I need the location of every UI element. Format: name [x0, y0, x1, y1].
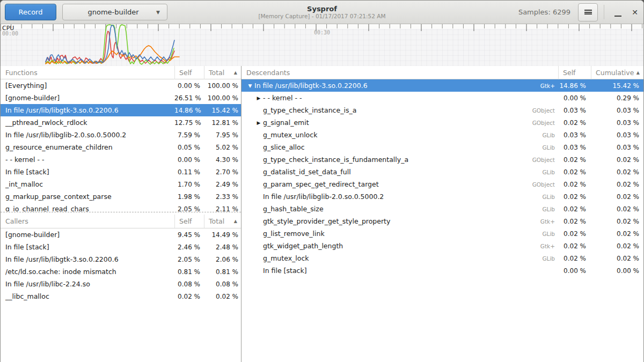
- pane-splitter-horizontal[interactable]: [1, 211, 241, 213]
- callers-total-label: Total: [209, 217, 224, 225]
- functions-row[interactable]: In file /usr/lib/libgtk-3.so.0.2200.614.…: [1, 104, 241, 116]
- functions-row[interactable]: [gnome-builder]26.51 %100.00 %: [1, 92, 241, 104]
- self-percent: 0.08 %: [174, 280, 204, 288]
- function-name: __libc_malloc: [1, 292, 174, 300]
- descendant-name-cell: g_param_spec_get_redirect_targetGObject: [241, 180, 558, 188]
- descendants-row[interactable]: gtk_style_provider_get_style_propertyGtk…: [241, 215, 644, 227]
- descendants-row[interactable]: ▶g_signal_emitGObject0.02 %0.03 %: [241, 116, 644, 129]
- chevron-down-icon: ▼: [156, 10, 160, 15]
- self-percent: 9.45 %: [174, 231, 204, 239]
- callers-row[interactable]: __libc_malloc0.02 %0.02 %: [1, 290, 241, 302]
- callers-row[interactable]: In file /usr/lib/libgtk-3.so.0.2200.62.0…: [1, 253, 241, 265]
- library-badge: GObject: [532, 120, 558, 126]
- library-badge: GLib: [542, 255, 558, 262]
- cpu-timeline-graph[interactable]: CPU 00:00 00:30: [1, 24, 643, 66]
- function-name: [gnome-builder]: [1, 231, 174, 239]
- functions-row[interactable]: In file [stack]0.11 %2.70 %: [1, 166, 241, 178]
- sort-ascending-icon: ▲: [234, 70, 237, 75]
- cumulative-percent: 0.03 %: [591, 131, 644, 139]
- descendant-name: In file /usr/lib/libglib-2.0.so.0.5000.2: [263, 193, 384, 201]
- expander-closed-icon[interactable]: ▶: [254, 120, 263, 125]
- total-percent: 100.00 %: [204, 94, 241, 102]
- library-badge: GLib: [542, 206, 558, 212]
- descendants-row[interactable]: In file [stack]0.00 %0.00 %: [241, 264, 644, 277]
- descendants-self-column-header[interactable]: Self: [558, 66, 591, 79]
- total-percent: 12.81 %: [204, 119, 241, 127]
- descendant-name-cell: g_mutex_unlockGLib: [241, 131, 558, 139]
- callers-row[interactable]: In file /usr/lib/libc-2.24.so0.08 %0.08 …: [1, 278, 241, 290]
- descendants-row[interactable]: g_type_check_instance_is_aGObject0.03 %0…: [241, 104, 644, 116]
- expander-closed-icon[interactable]: ▶: [254, 95, 263, 101]
- descendants-row[interactable]: ▼In file /usr/lib/libgtk-3.so.0.2200.6Gt…: [241, 79, 644, 92]
- self-percent: 12.75 %: [174, 119, 204, 127]
- total-percent: 15.42 %: [204, 107, 241, 114]
- descendant-name-cell: g_mutex_lockGLib: [241, 254, 558, 262]
- function-name: g_markup_parse_context_parse: [1, 193, 174, 201]
- descendant-name: g_datalist_id_set_data_full: [263, 168, 351, 176]
- menu-button[interactable]: [578, 3, 598, 21]
- self-percent: 0.02 %: [558, 242, 591, 250]
- self-percent: 0.00 %: [174, 156, 204, 164]
- functions-total-column-header[interactable]: Total ▲: [204, 66, 241, 79]
- descendant-name-cell: gtk_widget_path_lengthGtk+: [241, 242, 558, 250]
- functions-row[interactable]: g_markup_parse_context_parse1.98 %2.33 %: [1, 190, 241, 203]
- cumulative-percent: 0.02 %: [591, 218, 644, 225]
- function-name: __pthread_rwlock_rdlock: [1, 119, 174, 127]
- descendants-row[interactable]: g_hash_table_sizeGLib0.02 %0.02 %: [241, 203, 644, 215]
- descendants-column-header[interactable]: Descendants: [241, 66, 558, 79]
- self-percent: 0.11 %: [174, 168, 204, 176]
- total-percent: 7.95 %: [204, 131, 241, 139]
- descendant-name: gtk_widget_path_length: [263, 242, 343, 250]
- cumulative-percent: 0.02 %: [591, 181, 644, 188]
- descendant-name: g_list_remove_link: [263, 230, 325, 238]
- samples-count: Samples: 6299: [518, 8, 570, 16]
- descendants-row[interactable]: g_param_spec_get_redirect_targetGObject0…: [241, 178, 644, 190]
- cumulative-percent: 0.02 %: [591, 242, 644, 250]
- descendants-row[interactable]: g_mutex_unlockGLib0.03 %0.03 %: [241, 129, 644, 141]
- callers-self-column-header[interactable]: Self: [174, 215, 204, 228]
- functions-row[interactable]: _int_malloc1.70 %2.49 %: [1, 178, 241, 190]
- functions-row[interactable]: __pthread_rwlock_rdlock12.75 %12.81 %: [1, 116, 241, 129]
- descendants-row[interactable]: In file /usr/lib/libglib-2.0.so.0.5000.2…: [241, 190, 644, 203]
- close-button[interactable]: ✕: [626, 3, 643, 21]
- self-percent: 2.05 %: [174, 256, 204, 263]
- functions-self-column-header[interactable]: Self: [174, 66, 204, 79]
- callers-row[interactable]: In file [stack]2.46 %2.48 %: [1, 241, 241, 253]
- callers-row[interactable]: /etc/ld.so.cache: inode mismatch0.81 %0.…: [1, 265, 241, 278]
- functions-column-header[interactable]: Functions: [1, 66, 174, 79]
- self-percent: 0.02 %: [558, 168, 591, 176]
- expander-open-icon[interactable]: ▼: [246, 83, 254, 88]
- descendants-row[interactable]: g_datalist_id_set_data_fullGLib0.02 %0.0…: [241, 166, 644, 178]
- self-percent: 0.05 %: [174, 144, 204, 151]
- functions-row[interactable]: g_io_channel_read_chars2.05 %2.11 %: [1, 203, 241, 211]
- target-process-dropdown[interactable]: gnome-builder ▼: [62, 4, 167, 20]
- functions-row[interactable]: In file /usr/lib/libglib-2.0.so.0.5000.2…: [1, 129, 241, 141]
- total-percent: 0.81 %: [204, 268, 241, 276]
- descendant-name: g_slice_alloc: [263, 143, 305, 151]
- descendant-name-cell: g_hash_table_sizeGLib: [241, 205, 558, 213]
- callers-column-header[interactable]: Callers: [1, 215, 174, 228]
- functions-row[interactable]: - - kernel - -0.00 %4.30 %: [1, 153, 241, 166]
- main-panes: Functions Self Total ▲ [Everything]0.00 …: [1, 66, 643, 362]
- descendant-name: g_hash_table_size: [263, 205, 324, 213]
- self-percent: 2.46 %: [174, 243, 204, 251]
- function-name: In file /usr/lib/libgtk-3.so.0.2200.6: [1, 106, 174, 114]
- record-button[interactable]: Record: [5, 4, 56, 20]
- functions-row[interactable]: [Everything]0.00 %100.00 %: [1, 79, 241, 92]
- functions-row[interactable]: g_resource_enumerate_children0.05 %5.02 …: [1, 141, 241, 153]
- minimize-button[interactable]: [609, 3, 626, 21]
- descendant-name-cell: ▶- - kernel - -: [241, 94, 558, 102]
- callers-total-column-header[interactable]: Total ▲: [204, 215, 241, 228]
- callers-row[interactable]: [gnome-builder]9.45 %14.49 %: [1, 228, 241, 241]
- descendants-row[interactable]: gtk_widget_path_lengthGtk+0.02 %0.02 %: [241, 240, 644, 252]
- descendants-row[interactable]: g_list_remove_linkGLib0.02 %0.02 %: [241, 227, 644, 240]
- descendants-row[interactable]: ▶- - kernel - -0.00 %0.29 %: [241, 92, 644, 104]
- descendants-row[interactable]: g_slice_allocGLib0.03 %0.03 %: [241, 141, 644, 153]
- descendants-row[interactable]: g_mutex_lockGLib0.02 %0.02 %: [241, 252, 644, 264]
- descendant-name-cell: In file [stack]: [241, 267, 558, 275]
- function-name: /etc/ld.so.cache: inode mismatch: [1, 268, 174, 276]
- function-name: _int_malloc: [1, 180, 174, 188]
- descendants-cumulative-column-header[interactable]: Cumulative ▲: [591, 66, 644, 79]
- descendants-row[interactable]: g_type_check_instance_is_fundamentally_a…: [241, 153, 644, 166]
- cumulative-percent: 0.03 %: [591, 144, 644, 151]
